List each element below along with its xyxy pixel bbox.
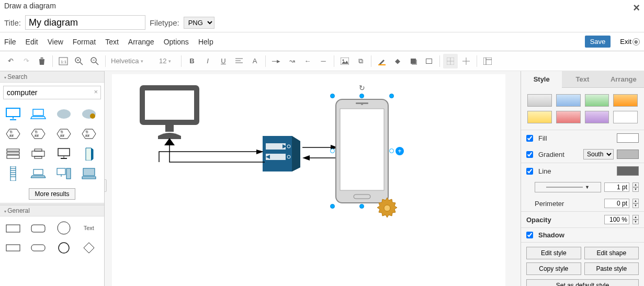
shadow-checkbox[interactable] <box>526 232 533 238</box>
shape-rect2-icon[interactable] <box>3 239 23 256</box>
diagram-phone[interactable]: ↻ + <box>333 96 391 206</box>
connector-straight-icon[interactable]: ─▸ <box>269 54 284 68</box>
perimeter-spinner[interactable]: ▲▼ <box>632 199 639 208</box>
more-results-button[interactable]: More results <box>29 188 75 200</box>
diagram-server[interactable] <box>258 132 303 173</box>
shape-circle-icon[interactable] <box>54 220 74 236</box>
align-icon[interactable] <box>232 54 246 68</box>
diagram-gear[interactable] <box>375 196 400 222</box>
title-input[interactable] <box>25 15 145 30</box>
link-icon[interactable]: ⧉ <box>353 54 368 68</box>
layout-icon[interactable] <box>480 54 495 68</box>
shape-desktop-icon[interactable] <box>54 145 74 162</box>
edit-shape-button[interactable]: Edit shape <box>584 247 639 259</box>
shape-terminal-icon[interactable] <box>79 165 99 182</box>
tab-arrange[interactable]: Arrange <box>603 71 644 88</box>
shape-circle2-icon[interactable] <box>54 239 74 256</box>
paint-icon[interactable]: ◆ <box>390 54 405 68</box>
font-color-icon[interactable]: A <box>247 54 262 68</box>
paste-style-button[interactable]: Paste style <box>584 262 639 275</box>
menu-arrange[interactable]: Arrange <box>128 38 154 46</box>
fill-checkbox[interactable] <box>526 135 533 142</box>
shadow-icon[interactable] <box>406 54 421 68</box>
line-icon[interactable]: ─ <box>316 54 331 68</box>
tab-style[interactable]: Style <box>521 71 562 88</box>
menu-edit[interactable]: Edit <box>26 38 38 46</box>
fit-page-icon[interactable]: 1:1 <box>56 54 71 68</box>
exit-button[interactable]: Exit ⊕ <box>620 38 640 45</box>
shape-hex-2-icon[interactable]: Ti## <box>28 125 48 142</box>
save-button[interactable]: Save <box>585 36 611 48</box>
menu-format[interactable]: Format <box>73 38 96 46</box>
delete-icon[interactable] <box>35 54 49 68</box>
pencil-icon[interactable] <box>375 54 389 68</box>
copy-style-button[interactable]: Copy style <box>526 262 581 275</box>
search-panel-header[interactable]: Search <box>0 71 104 83</box>
redo-icon[interactable]: ↷ <box>19 54 33 68</box>
perimeter-input[interactable] <box>604 199 629 208</box>
gradient-checkbox[interactable] <box>526 151 533 158</box>
font-family-select[interactable]: Helvetica▾ <box>109 56 156 66</box>
rotate-handle-icon[interactable]: ↻ <box>359 84 365 92</box>
shape-cloud-lock-icon[interactable] <box>79 106 99 122</box>
shape-pc-bw-icon[interactable] <box>3 145 23 162</box>
swatch-green[interactable] <box>585 94 609 107</box>
set-default-style-button[interactable]: Set as default style <box>526 279 639 286</box>
zoom-in-icon[interactable] <box>72 54 86 68</box>
menu-help[interactable]: Help <box>198 38 213 46</box>
swatch-white[interactable] <box>613 111 638 123</box>
filetype-select[interactable]: PNG <box>184 17 214 29</box>
shape-server-icon[interactable] <box>79 145 99 162</box>
underline-icon[interactable]: U <box>216 54 231 68</box>
fill-color-swatch[interactable] <box>617 133 639 143</box>
shape-rect-icon[interactable] <box>3 220 23 236</box>
general-panel-header[interactable]: General <box>0 205 104 216</box>
shape-laptop2-icon[interactable] <box>28 165 48 182</box>
menu-text[interactable]: Text <box>105 38 119 46</box>
italic-icon[interactable]: I <box>200 54 215 68</box>
swatch-blue[interactable] <box>556 94 581 107</box>
opacity-input[interactable] <box>604 215 629 224</box>
bold-icon[interactable]: B <box>185 54 199 68</box>
shape-monitor-icon[interactable] <box>3 106 23 122</box>
menu-options[interactable]: Options <box>164 38 189 46</box>
rect-icon[interactable] <box>422 54 436 68</box>
menu-view[interactable]: View <box>48 38 63 46</box>
undo-icon[interactable]: ↶ <box>3 54 18 68</box>
image-icon[interactable] <box>337 54 352 68</box>
shape-hex-1-icon[interactable]: Ti## <box>3 125 23 142</box>
menu-file[interactable]: File <box>4 38 16 46</box>
swatch-red[interactable] <box>556 111 581 123</box>
line-style-select[interactable]: ▼ <box>535 182 601 192</box>
line-width-spinner[interactable]: ▲▼ <box>632 182 639 192</box>
opacity-spinner[interactable]: ▲▼ <box>632 215 639 224</box>
shape-printer-icon[interactable] <box>28 145 48 162</box>
line-checkbox[interactable] <box>526 168 533 175</box>
shape-diamond-icon[interactable] <box>79 239 99 256</box>
edit-style-button[interactable]: Edit style <box>526 247 581 259</box>
font-size-select[interactable]: 12▾ <box>157 56 178 66</box>
swatch-yellow[interactable] <box>527 111 552 123</box>
connector-curve-icon[interactable]: ↝ <box>285 54 299 68</box>
line-width-input[interactable] <box>604 182 629 192</box>
shape-roundrect-icon[interactable] <box>28 220 48 236</box>
search-input[interactable] <box>3 86 101 99</box>
gradient-direction-select[interactable]: South <box>583 149 614 159</box>
add-connection-icon[interactable]: + <box>396 147 404 155</box>
shape-laptop-icon[interactable] <box>28 106 48 122</box>
swatch-gray[interactable] <box>527 94 552 107</box>
arrow-left-icon[interactable]: ← <box>300 54 315 68</box>
shape-rack-icon[interactable] <box>3 165 23 182</box>
left-splitter-grip[interactable] <box>105 179 107 192</box>
diagram-monitor[interactable] <box>138 84 201 143</box>
shape-cloud-server-icon[interactable] <box>54 106 74 122</box>
shape-text-icon[interactable]: Text <box>79 220 99 236</box>
guides-icon[interactable] <box>459 54 473 68</box>
shape-hex-4-icon[interactable]: Ti## <box>79 125 99 142</box>
grid-icon[interactable] <box>443 54 458 68</box>
zoom-out-icon[interactable] <box>87 54 102 68</box>
shape-roundrect2-icon[interactable] <box>28 239 48 256</box>
gradient-color-swatch[interactable] <box>617 150 639 159</box>
shape-workstation-icon[interactable] <box>54 165 74 182</box>
swatch-orange[interactable] <box>613 94 638 107</box>
